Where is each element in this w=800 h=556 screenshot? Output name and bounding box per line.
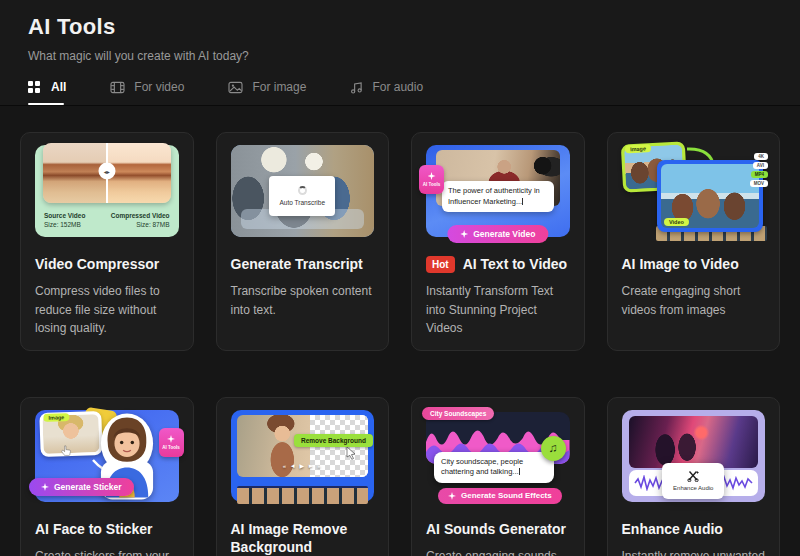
remove-background-button[interactable]: Remove Background: [294, 434, 373, 447]
tab-all-label: All: [51, 80, 66, 94]
sounds-generator-thumbnail: City Soundscapes ♫ City soundscape, peop…: [426, 410, 570, 502]
remove-background-thumbnail: Remove Background « ◄ ▶ ► »: [231, 410, 375, 502]
page-title: AI Tools: [28, 14, 772, 40]
tab-for-audio[interactable]: For audio: [350, 80, 423, 105]
tab-for-video[interactable]: For video: [110, 80, 184, 105]
card-generate-transcript[interactable]: Auto Transcribe Generate Transcript Tran…: [216, 132, 390, 351]
sparkle-icon: [167, 435, 175, 443]
sound-prompt-text: City soundscape, people chattering and t…: [434, 452, 554, 483]
grid-icon: [28, 81, 33, 86]
hot-badge: Hot: [426, 256, 455, 273]
source-video-preview: [43, 143, 107, 203]
card-description: Compress video files to reduce file size…: [35, 282, 179, 338]
card-title: Enhance Audio: [622, 520, 766, 538]
music-note-icon: ♫: [541, 436, 566, 461]
video-compressor-thumbnail: ◂▸ Source VideoSize: 152MB Compressed Vi…: [35, 145, 179, 237]
filter-tabs: All For video For image: [28, 80, 772, 105]
hand-cursor-icon: [61, 442, 72, 460]
generate-sound-effects-button[interactable]: Generate Sound Effects: [438, 488, 562, 504]
auto-transcribe-overlay: Auto Transcribe: [269, 176, 335, 216]
face-to-sticker-thumbnail: Image: [35, 410, 179, 502]
compressed-video-label: Compressed Video: [111, 211, 170, 221]
card-ai-face-to-sticker[interactable]: Image: [20, 397, 194, 556]
ai-tools-badge: AI Tools: [419, 165, 444, 194]
card-title: AI Sounds Generator: [426, 520, 570, 538]
tab-for-image-label: For image: [252, 80, 306, 94]
spinner-icon: [298, 186, 307, 195]
image-label: Image: [624, 144, 650, 153]
soundscape-tag: City Soundscapes: [422, 407, 494, 420]
card-description: Create engaging short videos from images: [622, 282, 766, 319]
card-description: Create stickers from your face: [35, 547, 179, 556]
tab-for-video-label: For video: [134, 80, 184, 94]
sparkle-icon: [460, 230, 468, 238]
card-description: Instantly remove unwanted background noi…: [622, 547, 766, 556]
card-title: AI Face to Sticker: [35, 520, 179, 538]
card-description: Transcribe spoken content into text.: [231, 282, 375, 319]
card-title: AI Text to Video: [463, 255, 568, 273]
source-video-label: Source Video: [44, 211, 85, 221]
card-title: AI Image Remove Background: [231, 520, 375, 556]
generate-sticker-button[interactable]: Generate Sticker: [29, 478, 134, 496]
frames-filmstrip: [237, 486, 369, 504]
text-to-video-thumbnail: AI Tools The power of authenticity in In…: [426, 145, 570, 237]
card-description: Create engaging sounds from text: [426, 547, 570, 556]
sparkle-icon: [41, 483, 49, 491]
image-to-video-thumbnail: Image Video 4K AVI MP4 MOV: [622, 145, 766, 237]
card-title: Video Compressor: [35, 255, 179, 273]
text-caret: [519, 468, 520, 475]
card-ai-sounds-generator[interactable]: City Soundscapes ♫ City soundscape, peop…: [411, 397, 585, 556]
cursor-icon: [346, 446, 356, 464]
card-ai-text-to-video[interactable]: AI Tools The power of authenticity in In…: [411, 132, 585, 351]
generate-video-button[interactable]: Generate Video: [447, 225, 548, 243]
card-title: Generate Transcript: [231, 255, 375, 273]
compressed-video-size: Size: 87MB: [111, 220, 170, 230]
card-ai-image-to-video[interactable]: Image Video 4K AVI MP4 MOV: [607, 132, 781, 351]
card-description: Instantly Transform Text into Stunning P…: [426, 282, 570, 338]
page-subtitle: What magic will you create with AI today…: [28, 49, 772, 63]
ai-tools-badge: AI Tools: [159, 428, 184, 457]
tab-for-image[interactable]: For image: [228, 80, 306, 105]
tab-for-audio-label: For audio: [372, 80, 423, 94]
prompt-text: The power of authenticity in Influencer …: [442, 181, 554, 212]
page-header: AI Tools What magic will you create with…: [0, 0, 800, 106]
film-icon: [110, 81, 125, 94]
sparkle-icon: [448, 492, 456, 500]
enhance-audio-thumbnail: Enhance Audio: [622, 410, 766, 502]
source-video-size: Size: 152MB: [44, 220, 85, 230]
studio-photo: [629, 416, 759, 468]
enhance-audio-label: Enhance Audio: [673, 485, 713, 491]
card-enhance-audio[interactable]: Enhance Audio Enhance Audio Instantly re…: [607, 397, 781, 556]
format-chips: 4K AVI MP4 MOV: [750, 153, 768, 187]
tab-all[interactable]: All: [28, 80, 66, 105]
image-icon: [228, 81, 243, 94]
sparkle-icon: [428, 172, 436, 180]
compare-handle-icon: ◂▸: [98, 163, 115, 180]
enhance-audio-overlay: Enhance Audio: [662, 463, 724, 499]
compressed-video-preview: [107, 143, 171, 203]
card-video-compressor[interactable]: ◂▸ Source VideoSize: 152MB Compressed Vi…: [20, 132, 194, 351]
music-note-icon: [350, 81, 363, 94]
tools-grid: ◂▸ Source VideoSize: 152MB Compressed Vi…: [0, 106, 800, 556]
scissors-icon: [687, 470, 699, 482]
auto-transcribe-label: Auto Transcribe: [279, 199, 325, 206]
generate-transcript-thumbnail: Auto Transcribe: [231, 145, 375, 237]
card-title: AI Image to Video: [622, 255, 766, 273]
video-label: Video: [664, 218, 689, 226]
image-label: Image: [43, 413, 69, 422]
card-ai-image-remove-background[interactable]: Remove Background « ◄ ▶ ► » AI Image Rem…: [216, 397, 390, 556]
result-video-card: Video 4K AVI MP4 MOV: [657, 160, 763, 232]
text-caret: [522, 198, 523, 205]
